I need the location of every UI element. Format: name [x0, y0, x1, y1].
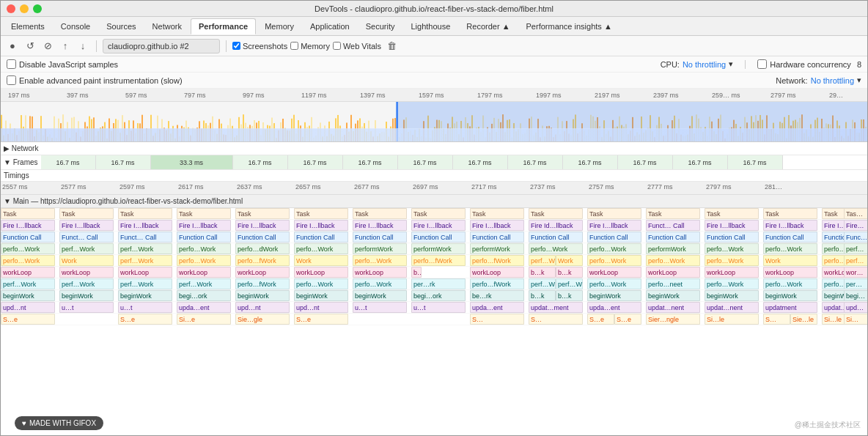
perf-block-5[interactable]: perfo…Work	[294, 243, 348, 254]
perf2-block-0[interactable]: perf…Work	[1, 278, 55, 289]
s-block-3[interactable]: Si…e	[177, 314, 231, 325]
fire-block-7[interactable]: Fire I…llback	[411, 220, 466, 231]
tab-network[interactable]: Network	[145, 18, 189, 34]
perf2-block-3[interactable]: perf…Work	[177, 278, 231, 289]
tab-recorder[interactable]: Recorder ▲	[459, 18, 517, 34]
perf-block-9[interactable]: perfo…Work	[529, 243, 583, 254]
tab-console[interactable]: Console	[54, 18, 98, 34]
loop-block-8[interactable]: workLoop	[470, 267, 524, 278]
func-block-11[interactable]: Function Call	[646, 232, 700, 243]
memory-checkbox-group[interactable]: Memory	[290, 42, 330, 51]
fire-block-2[interactable]: Fire I…llback	[118, 220, 172, 231]
overview-canvas[interactable]	[1, 102, 867, 142]
func-block-8[interactable]: Function Call	[470, 232, 524, 243]
func-block-15[interactable]: Func…	[844, 232, 867, 243]
work-block-8[interactable]: perfo…fWork	[470, 255, 524, 266]
begin-block-12[interactable]: beginWork	[705, 290, 759, 301]
task-block-5[interactable]: Task	[294, 208, 348, 219]
perf-block-6[interactable]: performWork	[353, 243, 407, 254]
perf-block-2[interactable]: perf…Work	[118, 243, 172, 254]
tab-sources[interactable]: Sources	[99, 18, 143, 34]
s-block-10a[interactable]: S…e	[587, 314, 614, 325]
fire-block-10[interactable]: Fire I…llback	[587, 220, 641, 231]
func-block-9[interactable]: Function Call	[529, 232, 583, 243]
begin-block-13[interactable]: beginWork	[763, 290, 817, 301]
func-block-4[interactable]: Function Call	[235, 232, 290, 243]
loop-block-0[interactable]: workLoop	[1, 267, 55, 278]
s-block-15[interactable]: Si…	[844, 314, 867, 325]
task-block-2[interactable]: Task	[118, 208, 172, 219]
s-block-2[interactable]: S…e	[118, 314, 172, 325]
perf-block-15[interactable]: perf…	[844, 243, 867, 254]
func-block-10[interactable]: Function Call	[587, 232, 641, 243]
begin-block-7[interactable]: begi…ork	[411, 290, 466, 301]
upd-block-11[interactable]: updat…nent	[646, 302, 700, 313]
tab-elements[interactable]: Elements	[4, 18, 52, 34]
perf2-block-5[interactable]: perfo…Work	[294, 278, 348, 289]
func-block-6[interactable]: Function Call	[353, 232, 407, 243]
fire-block-5[interactable]: Fire I…llback	[294, 220, 348, 231]
perf2-block-10[interactable]: perfo…Work	[587, 278, 641, 289]
cpu-dropdown-icon[interactable]: ▾	[729, 59, 733, 69]
fire-block-6[interactable]: Fire I…llback	[353, 220, 407, 231]
begin-block-3[interactable]: begi…ork	[177, 290, 231, 301]
work-block-2[interactable]: perf…Work	[118, 255, 172, 266]
loop-block-2[interactable]: workLoop	[118, 267, 172, 278]
task-block-3[interactable]: Task	[177, 208, 231, 219]
begin-block-15[interactable]: begi…	[844, 290, 867, 301]
work-block-15[interactable]: perf…	[844, 255, 867, 266]
work-block-5[interactable]: Work	[294, 255, 348, 266]
trash-button[interactable]: 🗑	[384, 39, 399, 53]
perf2-block-2[interactable]: perf…Work	[118, 278, 172, 289]
paint-instrumentation-setting[interactable]: Enable advanced paint instrumentation (s…	[7, 75, 183, 85]
screenshots-checkbox[interactable]	[232, 42, 240, 50]
loop-block-9a[interactable]: b…k	[529, 267, 556, 278]
s-block-0[interactable]: S…e	[1, 314, 55, 325]
download-button[interactable]: ↓	[76, 39, 90, 53]
func-block-2[interactable]: Funct… Call	[118, 232, 172, 243]
begin-block-10[interactable]: beginWork	[587, 290, 641, 301]
flame-area[interactable]: Task Task Task Task Task Task Task Task …	[1, 208, 867, 435]
maximize-button[interactable]	[33, 4, 42, 13]
task-block-4[interactable]: Task	[235, 208, 290, 219]
fire-block-9[interactable]: Fire Id…llback	[529, 220, 583, 231]
fire-block-8[interactable]: Fire I…llback	[470, 220, 524, 231]
task-block-15[interactable]: Tas…	[844, 208, 867, 219]
s-block-10b[interactable]: S…e	[614, 314, 641, 325]
begin-block-1[interactable]: beginWork	[59, 290, 114, 301]
tab-lighthouse[interactable]: Lighthouse	[404, 18, 458, 34]
tab-performance[interactable]: Performance	[191, 18, 256, 34]
perf-block-8[interactable]: performWork	[470, 243, 524, 254]
fire-block-0[interactable]: Fire I…llback	[1, 220, 55, 231]
upd-block-7[interactable]: u…t	[411, 302, 466, 313]
perf2-block-13[interactable]: perfo…Work	[763, 278, 817, 289]
work-block-9b[interactable]: Work	[556, 255, 583, 266]
s-block-13b[interactable]: Sie…le	[790, 314, 817, 325]
work-block-13[interactable]: Work	[763, 255, 817, 266]
s-block-11[interactable]: Sier…ngle	[646, 314, 700, 325]
work-block-0[interactable]: perfo…Work	[1, 255, 55, 266]
work-block-10[interactable]: perfo…Work	[587, 255, 641, 266]
task-block-13[interactable]: Task	[763, 208, 817, 219]
s-block-8[interactable]: S…	[470, 314, 524, 325]
s-block-4[interactable]: Sie…gle	[235, 314, 290, 325]
network-dropdown-icon[interactable]: ▾	[857, 75, 861, 85]
close-button[interactable]	[7, 4, 15, 13]
perf-block-4[interactable]: perfo…dWork	[235, 243, 290, 254]
begin-block-6[interactable]: beginWork	[353, 290, 407, 301]
clear-button[interactable]: ⊘	[40, 39, 55, 53]
fire-block-4[interactable]: Fire I…llback	[235, 220, 290, 231]
loop-block-1[interactable]: workLoop	[59, 267, 114, 278]
perf-block-10[interactable]: perfo…Work	[587, 243, 641, 254]
tab-application[interactable]: Application	[303, 18, 357, 34]
perf2-block-4[interactable]: perfo…fWork	[235, 278, 290, 289]
perf2-block-7[interactable]: per…rk	[411, 278, 466, 289]
fire-block-13[interactable]: Fire I…llback	[763, 220, 817, 231]
perf-block-12[interactable]: perfo…Work	[705, 243, 759, 254]
loop-block-5[interactable]: workLoop	[294, 267, 348, 278]
web-vitals-checkbox[interactable]	[333, 42, 341, 50]
upd-block-2[interactable]: u…t	[118, 302, 172, 313]
upd-block-1[interactable]: u…t	[59, 302, 114, 313]
upd-block-10[interactable]: upda…ent	[587, 302, 641, 313]
loop-block-4[interactable]: workLoop	[235, 267, 290, 278]
